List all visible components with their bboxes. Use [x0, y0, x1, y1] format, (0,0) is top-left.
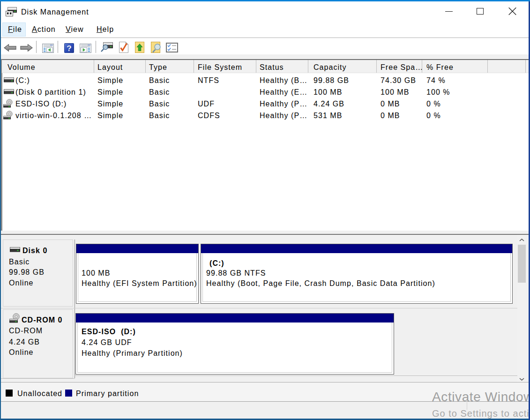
svg-text:?: ?	[67, 44, 71, 53]
